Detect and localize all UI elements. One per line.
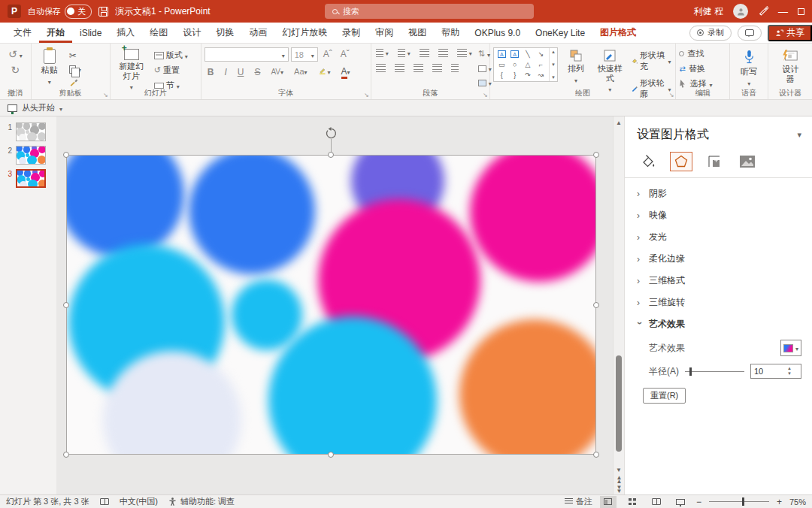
notes-button[interactable]: 备注: [565, 496, 592, 507]
tab-审阅[interactable]: 审阅: [368, 23, 401, 43]
scrollbar-thumb[interactable]: [616, 355, 622, 452]
powerpoint-logo-icon[interactable]: P: [8, 5, 21, 18]
quickbar-dropdown-icon[interactable]: [59, 104, 62, 113]
slide-1-preview[interactable]: [16, 122, 46, 141]
selected-picture[interactable]: [66, 155, 596, 455]
radius-slider-handle[interactable]: [689, 367, 692, 376]
pane-section-发光[interactable]: 发光: [637, 226, 801, 248]
scroll-up-icon[interactable]: ▲: [616, 116, 622, 126]
font-name-combo[interactable]: [205, 47, 289, 62]
undo-button[interactable]: ↺: [7, 47, 24, 61]
tab-iSlide[interactable]: iSlide: [72, 23, 109, 43]
slide-3-preview[interactable]: [16, 169, 46, 188]
pen-mode-icon[interactable]: [758, 5, 768, 18]
effects-tab[interactable]: [670, 152, 692, 171]
triangle-shape-icon[interactable]: △: [526, 61, 531, 68]
gallery-up-icon[interactable]: ▲: [551, 50, 556, 54]
slide-sorter-view-button[interactable]: [624, 496, 641, 508]
bold-button[interactable]: B: [205, 66, 217, 79]
pane-section-阴影[interactable]: 阴影: [637, 183, 801, 204]
line-shape-icon[interactable]: ╲: [526, 50, 529, 58]
spinner-arrows[interactable]: ▲▼: [787, 366, 793, 376]
from-beginning-button[interactable]: 从头开始: [22, 102, 55, 113]
bullets-button[interactable]: [374, 47, 390, 58]
italic-button[interactable]: I: [221, 66, 229, 79]
format-painter-button[interactable]: [68, 77, 83, 88]
cut-button[interactable]: [68, 50, 83, 62]
resize-handle-middle-left[interactable]: [63, 302, 69, 308]
reset-effect-button[interactable]: 重置(R): [643, 388, 686, 404]
tab-录制[interactable]: 录制: [335, 23, 368, 43]
paste-button[interactable]: 粘贴: [35, 47, 65, 87]
tab-设计[interactable]: 设计: [175, 23, 208, 43]
slide-thumbnail-1[interactable]: 1: [3, 122, 56, 141]
comments-button[interactable]: [738, 26, 762, 41]
increase-font-button[interactable]: Aˆ: [320, 48, 335, 61]
slide-thumbnail-3[interactable]: 3: [3, 169, 56, 188]
designer-button[interactable]: 设计器: [775, 47, 805, 85]
brace-right-icon[interactable]: }: [514, 71, 516, 79]
maximize-button[interactable]: [798, 8, 804, 15]
line-spacing-button[interactable]: [456, 47, 474, 58]
picture-tab[interactable]: [736, 152, 759, 171]
tab-帮助[interactable]: 帮助: [434, 23, 467, 43]
brace-left-icon[interactable]: {: [501, 71, 503, 79]
decrease-indent-button[interactable]: [418, 48, 431, 58]
resize-handle-bottom-center[interactable]: [328, 452, 334, 458]
strikethrough-button[interactable]: S: [251, 66, 263, 79]
font-color-button[interactable]: A: [338, 65, 353, 79]
minimize-button[interactable]: —: [778, 7, 788, 17]
tab-绘图[interactable]: 绘图: [142, 23, 175, 43]
previous-slide-button[interactable]: ▲▲: [617, 476, 622, 483]
resize-handle-bottom-right[interactable]: [593, 452, 599, 458]
fill-line-tab[interactable]: [637, 152, 659, 171]
radius-input[interactable]: [751, 367, 787, 376]
zoom-slider[interactable]: [709, 501, 769, 502]
numbering-button[interactable]: [396, 47, 412, 58]
text-box-icon[interactable]: A: [498, 50, 506, 58]
share-button[interactable]: 共享: [768, 25, 812, 41]
tab-动画[interactable]: 动画: [241, 23, 274, 43]
slideshow-view-button[interactable]: [672, 496, 689, 508]
artistic-effects-section[interactable]: 艺术效果: [637, 313, 801, 335]
radius-spinbox[interactable]: ▲▼: [750, 364, 801, 379]
pane-collapse-icon[interactable]: ▾: [797, 130, 801, 140]
avatar[interactable]: [733, 4, 748, 19]
layout-button[interactable]: 版式: [153, 49, 189, 62]
slide-thumbnail-2[interactable]: 2: [3, 146, 56, 165]
gallery-down-icon[interactable]: ▼: [551, 62, 556, 67]
autosave-toggle[interactable]: 自动保存 关: [28, 5, 92, 19]
rectangle-shape-icon[interactable]: ▭: [498, 61, 505, 68]
arrange-button[interactable]: 排列: [561, 47, 591, 86]
scribble-shape-icon[interactable]: ↝: [538, 71, 544, 79]
tab-插入[interactable]: 插入: [109, 23, 142, 43]
change-case-button[interactable]: Aa: [291, 65, 310, 79]
align-left-button[interactable]: [374, 63, 387, 73]
underline-button[interactable]: U: [235, 66, 247, 79]
tab-切换[interactable]: 切换: [208, 23, 241, 43]
record-button[interactable]: 录制: [689, 26, 732, 41]
language-indicator[interactable]: 中文(中国): [120, 496, 158, 507]
zoom-out-button[interactable]: −: [696, 497, 701, 507]
slide-canvas[interactable]: [56, 116, 613, 494]
zoom-slider-handle[interactable]: [742, 497, 744, 506]
tab-文件[interactable]: 文件: [6, 23, 39, 43]
vertical-text-box-icon[interactable]: A: [511, 50, 519, 58]
resize-handle-bottom-left[interactable]: [63, 452, 69, 458]
highlight-color-button[interactable]: [315, 65, 334, 79]
shapes-gallery[interactable]: A A ╲ ↘ ▭ ○ △ ⌐ { } ↷ ↝ ▲ ▼ ▼: [493, 47, 558, 82]
spell-check-icon[interactable]: [100, 498, 109, 505]
justify-button[interactable]: [431, 63, 444, 73]
pane-section-柔化边缘[interactable]: 柔化边缘: [637, 248, 801, 270]
align-center-button[interactable]: [393, 63, 406, 73]
find-button[interactable]: 查找: [679, 48, 704, 59]
columns-button[interactable]: [450, 63, 460, 73]
zoom-in-button[interactable]: +: [777, 497, 782, 507]
tab-幻灯片放映[interactable]: 幻灯片放映: [274, 23, 335, 43]
resize-handle-top-right[interactable]: [593, 152, 599, 158]
increase-indent-button[interactable]: [437, 48, 450, 58]
gallery-more-icon[interactable]: ▼: [551, 75, 556, 80]
save-icon[interactable]: [98, 7, 108, 17]
gallery-scrollbar[interactable]: ▲ ▼ ▼: [549, 48, 557, 81]
tab-OneKey Lite[interactable]: OneKey Lite: [528, 23, 592, 43]
